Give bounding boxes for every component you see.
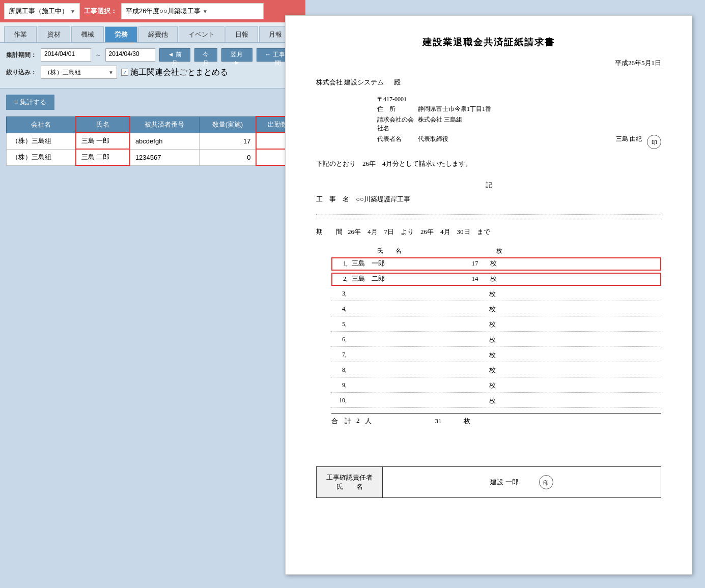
- worker-name-1: 三島 一郎: [348, 259, 460, 268]
- category-arrow: ▼: [70, 9, 75, 14]
- from-date-input[interactable]: 2014/04/01: [41, 48, 91, 62]
- worker-num-1: 1,: [332, 260, 348, 268]
- worker-row-7: 7, 枚: [331, 349, 661, 362]
- period-tilde: ～: [95, 51, 101, 60]
- address-section: 住 所 静岡県富士市今泉1丁目1番: [377, 105, 661, 113]
- group-checkbox-label: 施工関連会社ごとまとめる: [130, 67, 228, 78]
- table-row: （株）三島組 三島 一郎 abcdefgh 17 17: [7, 133, 299, 149]
- worker-name-2: 三島 二郎: [348, 274, 460, 283]
- cell-company-1: （株）三島組: [7, 133, 76, 149]
- project-label: 工 事 名: [316, 195, 349, 203]
- worker-unit-5: 枚: [489, 320, 504, 329]
- worker-row-10: 10, 枚: [331, 395, 661, 408]
- company-filter-arrow: ▼: [108, 70, 114, 75]
- worker-count-1: 17: [460, 259, 490, 268]
- worker-num-2: 2,: [332, 275, 348, 283]
- footer-name: 建設 一郎: [490, 478, 518, 487]
- col-name: 氏名: [76, 116, 130, 133]
- company-filter-select[interactable]: （株）三島組 ▼: [41, 66, 117, 79]
- worker-unit-9: 枚: [489, 381, 504, 390]
- worker-num-8: 8,: [331, 366, 347, 374]
- billing-company-label: 請求会社の会社名: [377, 115, 418, 133]
- worker-rows: 1, 三島 一郎 17 枚 2, 三島 二郎 14 枚 3, 枚 4, 枚 5,…: [316, 257, 661, 408]
- worker-unit-6: 枚: [489, 335, 504, 344]
- rep-label: 代表者名: [377, 135, 418, 149]
- address-value: 静岡県富士市今泉1丁目1番: [418, 105, 661, 113]
- address-block: 〒417-0001 住 所 静岡県富士市今泉1丁目1番 請求会社の会社名 株式会…: [377, 95, 661, 149]
- billing-company: 株式会社 三島組: [418, 115, 661, 133]
- col-qty: 数量(実施): [199, 116, 256, 133]
- document-title: 建設業退職金共済証紙請求書: [316, 36, 661, 48]
- content-area: ≡ 集計する 会社名 氏名 被共済者番号 数量(実施) 出勤数 （株）三島組 三…: [0, 89, 305, 172]
- construction-value: 平成26年度○○川築堤工事: [126, 7, 201, 16]
- total-row: 合 計 2 人 31 枚: [331, 413, 661, 426]
- rep-seal: 印: [647, 135, 661, 149]
- next-month-button[interactable]: 翌月 ►: [221, 48, 252, 62]
- project-name: ○○川築堤護岸工事: [356, 195, 410, 203]
- to-date-input[interactable]: 2014/04/30: [105, 48, 156, 62]
- worker-row-6: 6, 枚: [331, 334, 661, 347]
- addressee-suffix: 殿: [394, 78, 401, 87]
- worker-row-8: 8, 枚: [331, 364, 661, 377]
- tab-nihhpo[interactable]: 日報: [225, 26, 258, 42]
- cell-name-1: 三島 一郎: [76, 133, 130, 149]
- prev-month-button[interactable]: ◄ 前月: [159, 48, 190, 62]
- period-section: 期 間 26年 4月 7日 より 26年 4月 30日 まで: [316, 227, 661, 237]
- category-select[interactable]: 所属工事（施工中） ▼: [4, 3, 80, 19]
- tab-shizai[interactable]: 資材: [38, 26, 70, 42]
- period-label: 期 間: [316, 227, 343, 237]
- worker-row-5: 5, 枚: [331, 318, 661, 332]
- period-label: 集計期間：: [6, 51, 37, 60]
- postal-code: 〒417-0001: [377, 95, 661, 104]
- worker-num-7: 7,: [331, 351, 347, 359]
- worker-header-name: 氏 名: [347, 247, 459, 255]
- tab-roumu[interactable]: 労務: [105, 26, 137, 42]
- cell-number-1: abcdefgh: [130, 133, 199, 149]
- total-count: 31: [413, 417, 464, 425]
- worker-header: 氏 名 枚: [331, 247, 661, 255]
- document-addressee: 株式会社 建設システム 殿: [316, 78, 661, 87]
- tab-keihi[interactable]: 経費他: [138, 26, 178, 42]
- footer-seal: 印: [539, 475, 553, 489]
- current-month-button[interactable]: 今月: [194, 48, 218, 62]
- construction-label: 工事選択：: [84, 7, 117, 16]
- document-footer: 工事確認責任者 氏 名 建設 一郎 印: [316, 466, 661, 498]
- period-text: 26年 4月 7日 より 26年 4月 30日 まで: [348, 227, 490, 237]
- worker-count-2: 14: [460, 275, 490, 283]
- tab-sagyou[interactable]: 作業: [4, 26, 37, 42]
- cell-qty-2: 0: [199, 149, 256, 165]
- cell-name-2: 三島 二郎: [76, 149, 130, 165]
- divider-1: [316, 214, 661, 215]
- footer-label: 工事確認責任者 氏 名: [317, 467, 383, 497]
- address-label: 住 所: [377, 105, 418, 113]
- ki-label: 記: [316, 181, 661, 190]
- worker-unit-2: 枚: [490, 274, 505, 283]
- worker-unit-10: 枚: [489, 396, 504, 405]
- document-panel: 建設業退職金共済証紙請求書 平成26年5月1日 株式会社 建設システム 殿 〒4…: [285, 15, 692, 575]
- rep-name: 三島 由紀: [616, 135, 642, 149]
- group-checkbox[interactable]: ✓: [121, 69, 128, 76]
- worker-row-9: 9, 枚: [331, 379, 661, 393]
- worker-row-3: 3, 枚: [331, 288, 661, 301]
- worker-num-5: 5,: [331, 320, 347, 328]
- col-number: 被共済者番号: [130, 116, 199, 133]
- top-bar: 所属工事（施工中） ▼ 工事選択： 平成26年度○○川築堤工事 ▼: [0, 0, 305, 22]
- document-body: 下記のとおり 26年 4月分として請求いたします。: [316, 157, 661, 170]
- billing-company-section: 請求会社の会社名 株式会社 三島組: [377, 115, 661, 133]
- worker-header-count: 枚: [479, 247, 520, 255]
- cell-company-2: （株）三島組: [7, 149, 76, 165]
- construction-select[interactable]: 平成26年度○○川築堤工事 ▼: [121, 3, 264, 19]
- worker-row-2: 2, 三島 二郎 14 枚: [331, 273, 661, 286]
- total-label: 合 計 2 人: [331, 417, 413, 426]
- worker-row-1: 1, 三島 一郎 17 枚: [331, 257, 661, 271]
- tab-event[interactable]: イベント: [179, 26, 224, 42]
- col-company: 会社名: [7, 116, 76, 133]
- group-checkbox-area[interactable]: ✓ 施工関連会社ごとまとめる: [121, 67, 228, 78]
- worker-row-4: 4, 枚: [331, 303, 661, 316]
- tab-kikai[interactable]: 機械: [71, 26, 104, 42]
- period-row: 集計期間： 2014/04/01 ～ 2014/04/30 ◄ 前月 今月 翌月…: [6, 48, 299, 62]
- worker-unit-8: 枚: [489, 366, 504, 375]
- divider-2: [316, 219, 661, 219]
- project-section: 工 事 名 ○○川築堤護岸工事: [316, 195, 661, 204]
- aggregate-button[interactable]: ≡ 集計する: [6, 95, 54, 110]
